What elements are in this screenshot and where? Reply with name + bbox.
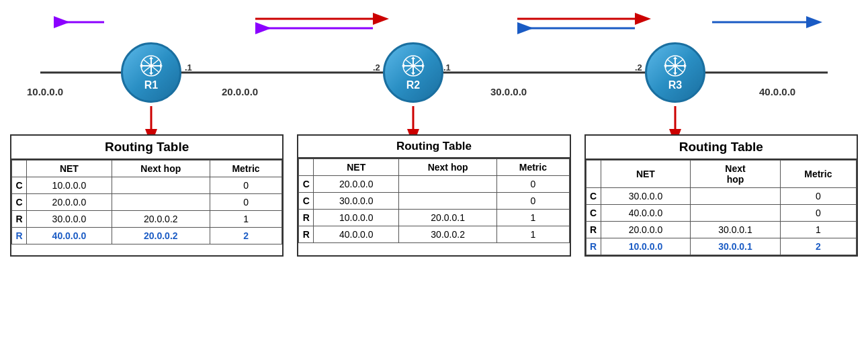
router-r3: R3 — [645, 42, 705, 103]
routing-table-r2-title: Routing Table — [298, 136, 569, 159]
td-r3-2-net: 20.0.0.0 — [601, 222, 691, 238]
routing-table-r3-table: NET Nexthop Metric C 30.0.0.0 0 C 40.0.0… — [586, 160, 857, 255]
td-r2-3-type: R — [299, 226, 314, 243]
td-r2-0-net: 20.0.0.0 — [314, 176, 399, 193]
td-r1-2-type: R — [12, 211, 27, 228]
td-r2-3-nexthop: 30.0.0.2 — [399, 226, 497, 243]
td-r3-0-net: 30.0.0.0 — [601, 188, 691, 205]
port-r3-left: .2 — [635, 62, 642, 73]
td-r1-1-type: C — [12, 194, 27, 211]
td-r1-3-net: 40.0.0.0 — [27, 228, 112, 244]
td-r2-3-net: 40.0.0.0 — [314, 226, 399, 243]
table-row: R 20.0.0.0 30.0.0.1 1 — [586, 222, 856, 238]
th-r3-nexthop: Nexthop — [691, 161, 781, 188]
table-row: C 20.0.0.0 0 — [299, 176, 569, 193]
td-r3-3-type: R — [586, 238, 601, 255]
th-r1-nexthop: Next hop — [112, 161, 210, 177]
router-r1-label: R1 — [144, 79, 158, 91]
td-r3-2-type: R — [586, 222, 601, 238]
routing-table-r1-title: Routing Table — [11, 136, 282, 160]
td-r3-3-metric: 2 — [780, 238, 856, 255]
td-r3-0-nexthop — [691, 188, 781, 205]
td-r2-1-type: C — [299, 193, 314, 210]
th-r2-nexthop: Next hop — [399, 159, 497, 176]
td-r2-0-nexthop — [399, 176, 497, 193]
td-r2-2-nexthop: 20.0.0.1 — [399, 210, 497, 226]
routing-table-r3-title: Routing Table — [586, 136, 857, 160]
th-r2-type — [299, 159, 314, 176]
svg-marker-22 — [149, 73, 153, 75]
routing-table-r1-table: NET Next hop Metric C 10.0.0.0 0 C 20.0.… — [11, 160, 282, 244]
td-r1-1-metric: 0 — [210, 194, 282, 211]
td-r2-1-nexthop — [399, 193, 497, 210]
td-r1-2-net: 30.0.0.0 — [27, 211, 112, 228]
td-r1-3-metric: 2 — [210, 228, 282, 244]
td-r2-2-metric: 1 — [497, 210, 570, 226]
td-r2-3-metric: 1 — [497, 226, 570, 243]
td-r3-2-metric: 1 — [780, 222, 856, 238]
port-r2-left: .2 — [373, 62, 380, 73]
td-r1-2-metric: 1 — [210, 211, 282, 228]
td-r3-3-nexthop: 30.0.0.1 — [691, 238, 781, 255]
td-r3-1-type: C — [586, 205, 601, 222]
th-r1-type — [12, 161, 27, 177]
td-r1-0-nexthop — [112, 177, 210, 194]
svg-marker-31 — [411, 73, 415, 75]
svg-marker-39 — [673, 56, 677, 59]
th-r2-metric: Metric — [497, 159, 570, 176]
table-row: R 40.0.0.0 20.0.0.2 2 — [12, 228, 282, 244]
router-r3-icon — [658, 54, 692, 78]
td-r3-0-type: C — [586, 188, 601, 205]
router-r2: R2 — [383, 42, 443, 103]
network-label-30: 30.0.0.0 — [490, 86, 527, 97]
main-container: R1 R2 — [0, 0, 868, 358]
network-label-10: 10.0.0.0 — [27, 86, 63, 97]
td-r1-0-net: 10.0.0.0 — [27, 177, 112, 194]
tables-container: Routing Table NET Next hop Metric C 10.0… — [7, 134, 861, 257]
table-row: C 40.0.0.0 0 — [586, 205, 856, 222]
td-r3-1-net: 40.0.0.0 — [601, 205, 691, 222]
table-row: R 40.0.0.0 30.0.0.2 1 — [299, 226, 569, 243]
table-row: C 30.0.0.0 0 — [299, 193, 569, 210]
td-r3-0-metric: 0 — [780, 188, 856, 205]
table-row: R 10.0.0.0 20.0.0.1 1 — [299, 210, 569, 226]
td-r2-2-net: 10.0.0.0 — [314, 210, 399, 226]
th-r2-net: NET — [314, 159, 399, 176]
routing-table-r2-table: NET Next hop Metric C 20.0.0.0 0 C 30.0.… — [298, 159, 569, 243]
network-label-20: 20.0.0.0 — [222, 86, 258, 97]
routing-table-r2: Routing Table NET Next hop Metric C 20.0… — [297, 134, 570, 257]
td-r1-1-nexthop — [112, 194, 210, 211]
td-r1-0-metric: 0 — [210, 177, 282, 194]
td-r3-1-nexthop — [691, 205, 781, 222]
port-r2-right: .1 — [443, 62, 451, 73]
td-r1-0-type: C — [12, 177, 27, 194]
svg-marker-30 — [411, 56, 415, 59]
td-r1-2-nexthop: 20.0.0.2 — [112, 211, 210, 228]
network-label-40: 40.0.0.0 — [759, 86, 795, 97]
th-r1-net: NET — [27, 161, 112, 177]
td-r2-1-metric: 0 — [497, 193, 570, 210]
table-row: C 10.0.0.0 0 — [12, 177, 282, 194]
th-r1-metric: Metric — [210, 161, 282, 177]
routing-table-r1: Routing Table NET Next hop Metric C 10.0… — [10, 134, 284, 257]
td-r3-3-net: 10.0.0.0 — [601, 238, 691, 255]
td-r2-0-type: C — [299, 176, 314, 193]
table-row: C 20.0.0.0 0 — [12, 194, 282, 211]
td-r2-2-type: R — [299, 210, 314, 226]
th-r3-metric: Metric — [780, 161, 856, 188]
td-r1-1-net: 20.0.0.0 — [27, 194, 112, 211]
table-row: C 30.0.0.0 0 — [586, 188, 856, 205]
td-r2-0-metric: 0 — [497, 176, 570, 193]
th-r3-type — [586, 161, 601, 188]
routing-table-r3: Routing Table NET Nexthop Metric C 30.0.… — [584, 134, 858, 257]
network-diagram: R1 R2 — [0, 0, 868, 134]
table-row: R 30.0.0.0 20.0.0.2 1 — [12, 211, 282, 228]
router-r3-label: R3 — [668, 79, 682, 91]
td-r1-3-type: R — [12, 228, 27, 244]
th-r3-net: NET — [601, 161, 691, 188]
svg-marker-40 — [673, 73, 677, 75]
router-r2-icon — [396, 54, 430, 78]
svg-marker-21 — [149, 56, 153, 59]
port-r1-right: .1 — [185, 62, 192, 73]
router-r1-icon — [134, 54, 168, 78]
